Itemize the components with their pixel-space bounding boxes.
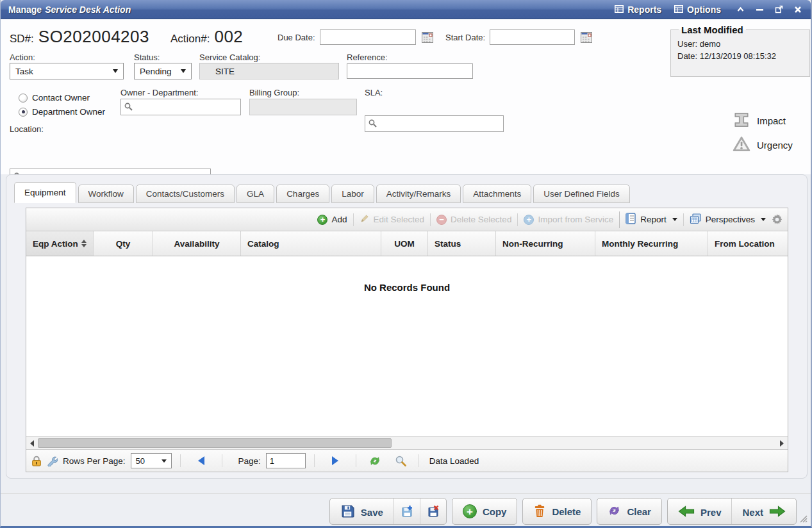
- chevron-down-icon: [181, 69, 186, 73]
- due-date-calendar-icon[interactable]: [422, 32, 433, 43]
- report-menu-button[interactable]: Report: [626, 213, 677, 226]
- save-plus-icon: [401, 505, 413, 520]
- tab-labor[interactable]: Labor: [331, 185, 374, 203]
- tab-charges[interactable]: Charges: [276, 185, 329, 203]
- reports-icon: [615, 4, 624, 15]
- rows-per-page-select[interactable]: 50: [131, 453, 172, 468]
- scroll-left-icon[interactable]: [26, 437, 38, 449]
- tab-attachments[interactable]: Attachments: [463, 185, 531, 203]
- column-header-status[interactable]: Status: [428, 231, 496, 256]
- save-and-close-button[interactable]: [420, 499, 446, 525]
- column-header-monthly-recurring[interactable]: Monthly Recurring: [595, 231, 708, 256]
- urgency-control[interactable]: Urgency: [733, 135, 793, 155]
- previous-page-icon[interactable]: [198, 456, 204, 465]
- column-header-eqp-action[interactable]: Eqp Action: [26, 231, 94, 256]
- trash-icon: [533, 504, 546, 520]
- save-icon: [340, 504, 355, 520]
- next-button[interactable]: Next: [732, 499, 796, 525]
- contact-owner-radio[interactable]: Contact Owner: [19, 93, 90, 103]
- tab-contacts-customers[interactable]: Contacts/Customers: [136, 185, 235, 203]
- page-label: Page:: [238, 456, 261, 466]
- chevron-down-icon: [761, 218, 766, 221]
- wrench-icon[interactable]: [47, 456, 58, 466]
- horizontal-scrollbar[interactable]: [26, 436, 788, 449]
- impact-control[interactable]: Impact: [733, 111, 786, 131]
- column-header-availability[interactable]: Availability: [153, 231, 241, 256]
- options-button[interactable]: Options: [674, 4, 721, 15]
- sla-input[interactable]: [365, 115, 504, 132]
- radio-icon: [19, 94, 28, 103]
- page-number-input[interactable]: [266, 453, 306, 468]
- next-page-icon[interactable]: [332, 456, 338, 465]
- window-title: ManageService Desk Action: [8, 4, 131, 15]
- popout-icon[interactable]: [775, 5, 783, 13]
- sd-number-value: SO202004203: [38, 27, 149, 47]
- rows-per-page-label: Rows Per Page:: [63, 456, 126, 466]
- edit-selected-button[interactable]: Edit Selected: [360, 213, 425, 226]
- clear-button[interactable]: Clear: [597, 498, 662, 525]
- toolbar-separator: [430, 213, 431, 226]
- lock-icon[interactable]: [31, 456, 42, 466]
- search-records-icon[interactable]: [395, 456, 406, 466]
- delete-button[interactable]: Delete: [522, 498, 592, 525]
- save-and-new-button[interactable]: [394, 499, 420, 525]
- start-date-calendar-icon[interactable]: [581, 32, 592, 43]
- column-header-from-location[interactable]: From Location: [708, 231, 788, 256]
- status-select[interactable]: Pending: [134, 63, 192, 79]
- toolbar-separator: [517, 213, 518, 226]
- import-from-service-button[interactable]: + Import from Service: [524, 215, 613, 225]
- due-date-input[interactable]: [320, 29, 416, 45]
- collapse-icon[interactable]: [736, 6, 745, 12]
- delete-selected-button[interactable]: − Delete Selected: [436, 215, 511, 225]
- window-title-prefix: Manage: [8, 4, 42, 15]
- manage-service-desk-action-window: ManageService Desk Action Reports Option…: [0, 0, 812, 528]
- pager-separator: [418, 454, 418, 467]
- urgency-icon: [733, 135, 750, 155]
- owner-department-field: [120, 99, 241, 115]
- empty-message: No Records Found: [26, 256, 788, 293]
- footer-button-bar: Save + Copy Delete: [329, 498, 797, 525]
- reports-button[interactable]: Reports: [615, 4, 661, 15]
- grid-header-row: Eqp Action Qty Availability Catalog UOM …: [26, 231, 788, 256]
- gear-icon[interactable]: [772, 214, 783, 225]
- impact-label: Impact: [757, 115, 786, 126]
- header-form: SD#: SO202004203 Action#: 002 Due Date: …: [1, 19, 811, 174]
- start-date-input[interactable]: [490, 29, 575, 45]
- action-number-value: 002: [214, 27, 243, 47]
- pencil-icon: [360, 213, 370, 226]
- refresh-icon[interactable]: [369, 456, 381, 466]
- detail-tab-panel: Equipment Workflow Contacts/Customers GL…: [6, 174, 808, 479]
- copy-plus-icon: +: [463, 504, 477, 518]
- owner-department-input[interactable]: [120, 99, 241, 115]
- tab-equipment[interactable]: Equipment: [14, 182, 76, 203]
- action-select[interactable]: Task: [10, 63, 124, 79]
- chevron-down-icon: [162, 459, 167, 463]
- copy-button[interactable]: + Copy: [452, 498, 518, 525]
- scrollbar-thumb[interactable]: [38, 438, 392, 448]
- close-icon[interactable]: [794, 6, 802, 13]
- minimize-icon[interactable]: [756, 6, 764, 13]
- start-date-label: Start Date:: [445, 33, 485, 42]
- perspectives-menu-button[interactable]: Perspectives: [690, 213, 766, 226]
- column-header-non-recurring[interactable]: Non-Recurring: [496, 231, 595, 256]
- prev-button[interactable]: Prev: [668, 499, 733, 525]
- scroll-right-icon[interactable]: [776, 437, 788, 449]
- options-label: Options: [687, 4, 721, 15]
- save-button[interactable]: Save: [330, 499, 394, 525]
- reference-input[interactable]: [347, 63, 473, 79]
- equipment-grid: + Add Edit Selected − Delete Selected: [26, 208, 788, 472]
- sla-label: SLA:: [365, 88, 383, 97]
- chevron-down-icon: [672, 218, 677, 221]
- department-owner-radio[interactable]: Department Owner: [19, 107, 105, 117]
- tab-user-defined-fields[interactable]: User Defined Fields: [533, 185, 630, 203]
- resize-grip[interactable]: [798, 513, 808, 525]
- add-button[interactable]: + Add: [317, 215, 347, 225]
- tab-activity-remarks[interactable]: Activity/Remarks: [376, 185, 461, 203]
- action-select-value: Task: [15, 67, 33, 76]
- chevron-down-icon: [113, 69, 118, 73]
- column-header-uom[interactable]: UOM: [381, 231, 428, 256]
- column-header-qty[interactable]: Qty: [94, 231, 153, 256]
- tab-gla[interactable]: GLA: [236, 185, 274, 203]
- column-header-catalog[interactable]: Catalog: [241, 231, 381, 256]
- tab-workflow[interactable]: Workflow: [78, 185, 134, 203]
